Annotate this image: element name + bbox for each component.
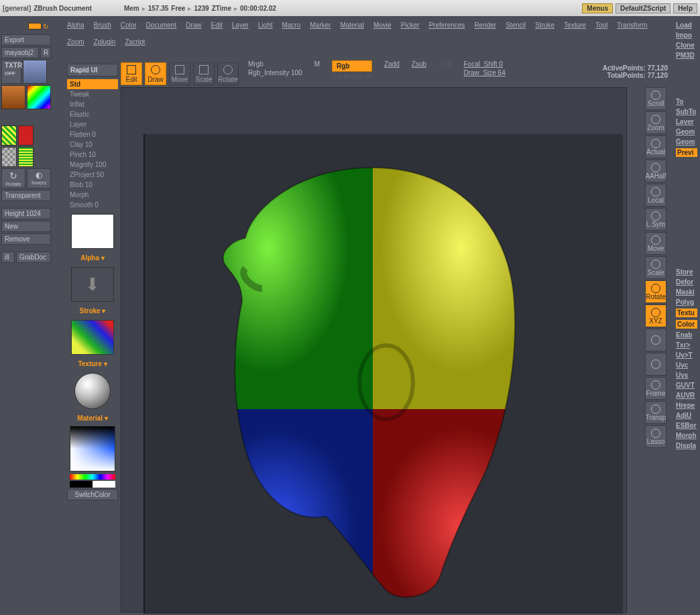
rtool-lsym[interactable]: L.Sym [645, 208, 666, 231]
rtool-transp[interactable]: Transp [645, 401, 666, 424]
brush-morph[interactable]: Morph [67, 190, 118, 200]
menu-texture[interactable]: Texture [564, 21, 586, 29]
material-label[interactable]: Material ▾ [67, 413, 118, 423]
menu-stencil[interactable]: Stencil [506, 21, 526, 29]
export-button[interactable]: Export [1, 34, 51, 46]
height-field[interactable]: Height 1024 [1, 208, 51, 219]
panel-adju[interactable]: AdjU [676, 412, 697, 419]
rtool-lasso[interactable]: Lasso [645, 425, 666, 448]
panel-color[interactable]: Color [676, 320, 697, 329]
draw-mode[interactable]: Draw [145, 62, 166, 85]
checker-swatch[interactable] [1, 147, 17, 167]
brush-blob10[interactable]: Blob 10 [67, 180, 118, 190]
alpha-label[interactable]: Alpha ▾ [67, 253, 118, 263]
rtool-frame[interactable]: Frame [645, 377, 666, 400]
panel-esbor[interactable]: ESBor [676, 422, 697, 429]
panel-load[interactable]: Load [676, 21, 697, 29]
rtool-icon11[interactable] [645, 353, 666, 376]
texture-label[interactable]: Texture ▾ [67, 359, 118, 369]
menu-zscript[interactable]: Zscript [125, 38, 145, 46]
menus-button[interactable]: Menus [582, 3, 613, 13]
ill-button[interactable]: ill [1, 251, 15, 263]
inverse-button[interactable]: ◐Invers [27, 168, 51, 188]
brush-flatten0[interactable]: Flatten 0 [67, 129, 118, 139]
menu-zoom[interactable]: Zoom [67, 38, 84, 46]
panel-enab[interactable]: Enab [676, 331, 697, 339]
rtool-zoom[interactable]: Zoom [645, 111, 666, 134]
alpha-thumbnail[interactable] [71, 214, 114, 249]
grabdoc-button[interactable]: GrabDoc [16, 251, 51, 263]
menu-render[interactable]: Render [474, 21, 496, 29]
panel-defor[interactable]: Defor [676, 278, 697, 286]
panel-maski[interactable]: Maski [676, 288, 697, 296]
rtool-scroll[interactable]: Scroll [645, 87, 666, 110]
brush-tweak[interactable]: Tweak [67, 89, 118, 99]
brush-smooth0[interactable]: Smooth 0 [67, 200, 118, 210]
menu-marker[interactable]: Marker [310, 21, 331, 29]
panel-polyg[interactable]: Polyg [676, 298, 697, 306]
default-zscript-button[interactable]: DefaultZScript [616, 3, 670, 13]
brush-inflat[interactable]: Inflat [67, 99, 118, 109]
panel-auvr[interactable]: AUVR [676, 392, 697, 399]
brush-magnify100[interactable]: Magnify 100 [67, 160, 118, 170]
panel-hrepe[interactable]: Hrepe [676, 402, 697, 409]
red-swatch[interactable] [18, 125, 34, 146]
viewport[interactable] [143, 134, 623, 614]
rotate-button[interactable]: ↻Rotate [1, 168, 25, 188]
move-mode[interactable]: Move [169, 62, 190, 85]
hue-slider[interactable] [70, 474, 115, 480]
menu-tool[interactable]: Tool [595, 21, 607, 29]
rtool-scale[interactable]: Scale [645, 256, 666, 279]
panel-previ[interactable]: Previ [676, 148, 697, 157]
panel-layer[interactable]: Layer [676, 118, 697, 125]
menu-stroke[interactable]: Stroke [535, 21, 555, 29]
panel-pm3d[interactable]: PM3D [676, 52, 697, 59]
rtool-icon10[interactable] [645, 329, 666, 351]
panel-impo[interactable]: Impo [676, 32, 697, 39]
menu-zplugin[interactable]: Zplugin [94, 38, 116, 46]
brush-zproject50[interactable]: ZProject 50 [67, 170, 118, 180]
panel-txr>[interactable]: Txr> [676, 341, 697, 349]
menu-transform[interactable]: Transform [617, 21, 647, 29]
brush-std[interactable]: Std [67, 79, 118, 89]
panel-uv>t[interactable]: Uv>T [676, 351, 697, 359]
material-thumbnail[interactable] [74, 373, 111, 409]
menu-macro[interactable]: Macro [282, 21, 300, 29]
rgb-toggle[interactable]: Rgb [332, 60, 372, 72]
noise-swatch-1[interactable] [1, 125, 17, 146]
menu-edit[interactable]: Edit [211, 21, 223, 29]
menu-color[interactable]: Color [121, 21, 137, 29]
rapid-ui-header[interactable]: Rapid UI [67, 64, 118, 76]
panel-geom[interactable]: Geom [676, 128, 697, 135]
rtool-rotate[interactable]: Rotate [645, 280, 666, 303]
rotate-mode[interactable]: Rotate [217, 62, 239, 85]
brush-elastic[interactable]: Elastic [67, 109, 118, 119]
rtool-aahalf[interactable]: AAHalf [645, 160, 666, 182]
rtool-xyz[interactable]: XYZ [645, 304, 666, 327]
rtool-actual[interactable]: Actual [645, 135, 666, 158]
brush-layer[interactable]: Layer [67, 119, 118, 129]
panel-store[interactable]: Store [676, 268, 697, 276]
menu-picker[interactable]: Picker [401, 21, 420, 29]
rtool-move[interactable]: Move [645, 232, 666, 255]
toggle-icon[interactable] [28, 23, 42, 30]
stroke-thumbnail[interactable]: ⬇ [71, 267, 114, 302]
panel-guvt[interactable]: GUVT [676, 382, 697, 389]
scale-mode[interactable]: Scale [193, 62, 215, 85]
menu-material[interactable]: Material [340, 21, 364, 29]
color-gradient-swatch[interactable] [27, 85, 51, 109]
panel-subto[interactable]: SubTo [676, 108, 697, 115]
panel-to[interactable]: To [676, 98, 697, 105]
txtr-button[interactable]: TXTROFF [1, 60, 21, 84]
menu-light[interactable]: Light [258, 21, 273, 29]
panel-uvs[interactable]: Uvs [676, 372, 697, 379]
noise-swatch-2[interactable] [18, 147, 34, 167]
texture-swatch-2[interactable] [1, 85, 25, 109]
new-button[interactable]: New [1, 221, 51, 232]
rtool-local[interactable]: Local [645, 184, 666, 207]
edit-mode[interactable]: Edit [121, 62, 142, 85]
panel-clone[interactable]: Clone [676, 42, 697, 49]
stroke-label[interactable]: Stroke ▾ [67, 306, 118, 316]
brush-pinch10[interactable]: Pinch 10 [67, 150, 118, 160]
menu-movie[interactable]: Movie [373, 21, 392, 29]
